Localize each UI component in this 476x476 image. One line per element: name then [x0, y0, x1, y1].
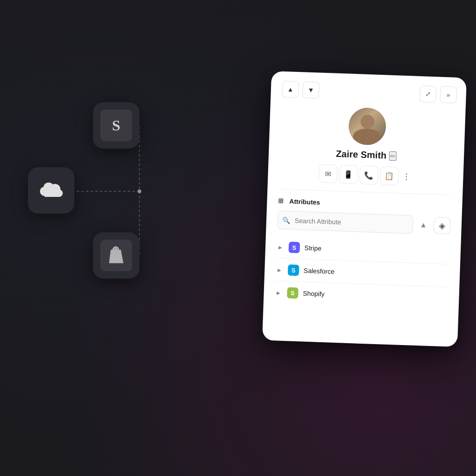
card-wrapper: ▲ ▼ ⤢ » Zaire Smith ✏	[262, 71, 467, 347]
avatar-section: Zaire Smith ✏	[280, 105, 455, 163]
add-attribute-button[interactable]: ◈	[433, 217, 450, 234]
phone-icon: 📞	[364, 170, 374, 180]
device-button[interactable]: 📱	[339, 165, 358, 184]
profile-card: ▲ ▼ ⤢ » Zaire Smith ✏	[262, 71, 467, 347]
pencil-icon: ✏	[390, 152, 396, 159]
device-icon: 📱	[344, 170, 353, 179]
salesforce-label: Salesforce	[304, 267, 335, 275]
shopify-label: Shopify	[303, 289, 324, 298]
user-name-text: Zaire Smith	[336, 149, 387, 161]
more-actions-button[interactable]: ⋮	[400, 171, 413, 182]
chevron-right-icon: ▶	[277, 290, 280, 295]
expand-icon: ⤢	[425, 90, 431, 98]
collapse-icon: ▲	[420, 221, 427, 229]
attributes-icon: ⊞	[278, 197, 287, 206]
note-icon: 📋	[384, 171, 394, 181]
shopify-bag-svg	[105, 244, 128, 267]
chevron-up-icon: ▲	[287, 85, 294, 93]
integrations-list: ▶ S Stripe ▶ S Salesforce ▶ S Shopify	[275, 236, 450, 308]
cloud-svg	[38, 181, 64, 200]
attributes-header: ⊞ Attributes	[278, 197, 451, 211]
forward-button[interactable]: »	[440, 86, 457, 104]
avatar	[348, 107, 387, 146]
nav-down-button[interactable]: ▼	[302, 81, 319, 98]
nav-up-button[interactable]: ▲	[282, 81, 299, 98]
card-top-right-actions: ⤢ »	[419, 85, 457, 104]
action-icons-row: ✉ 📱 📞 📋 ⋮	[279, 163, 452, 188]
collapse-button[interactable]: ▲	[416, 218, 430, 232]
chevron-right-icon: ▶	[278, 244, 282, 249]
more-icon: ⋮	[402, 172, 411, 182]
squarespace-icon: S	[93, 102, 139, 149]
avatar-image	[348, 107, 387, 146]
note-button[interactable]: 📋	[380, 166, 399, 185]
salesforce-logo: S	[288, 264, 299, 276]
shopify-logo	[100, 240, 132, 271]
email-button[interactable]: ✉	[318, 164, 337, 183]
add-attribute-icon: ◈	[438, 221, 445, 231]
user-name: Zaire Smith ✏	[336, 149, 397, 162]
search-wrapper: 🔍 ▲ ◈	[277, 211, 450, 235]
stripe-label: Stripe	[304, 244, 322, 252]
search-input-container: 🔍	[277, 211, 413, 234]
svg-point-3	[138, 189, 141, 193]
shopify-logo: S	[287, 287, 298, 299]
expand-button[interactable]: ⤢	[419, 85, 436, 103]
email-icon: ✉	[325, 169, 331, 178]
edit-name-button[interactable]: ✏	[389, 151, 397, 161]
divider	[278, 189, 451, 196]
chevron-down-icon: ▼	[308, 86, 314, 94]
salesforce-icon	[28, 167, 74, 214]
attributes-title: Attributes	[289, 197, 320, 206]
stripe-logo: S	[289, 241, 300, 253]
icons-area: S	[28, 102, 205, 297]
phone-button[interactable]: 📞	[359, 166, 378, 185]
forward-icon: »	[447, 91, 450, 98]
squarespace-logo: S	[100, 110, 132, 141]
search-attribute-input[interactable]	[277, 211, 413, 234]
chevron-right-icon: ▶	[278, 267, 281, 272]
search-icon: 🔍	[282, 216, 291, 224]
shopify-icon	[93, 232, 139, 279]
